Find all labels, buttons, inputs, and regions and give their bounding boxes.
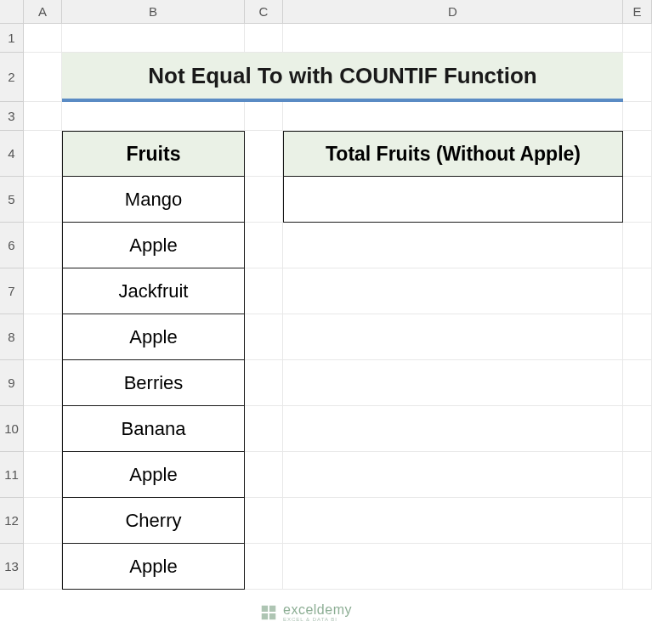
cell-D5-result[interactable]	[283, 177, 623, 223]
cell-E13[interactable]	[623, 544, 652, 590]
row-header-12[interactable]: 12	[0, 498, 24, 544]
watermark-tag: EXCEL & DATA BI	[283, 617, 352, 622]
cell-C7[interactable]	[245, 268, 283, 314]
cell-D13[interactable]	[283, 544, 623, 590]
cell-E4[interactable]	[623, 131, 652, 177]
cell-D12[interactable]	[283, 498, 623, 544]
cell-B11[interactable]: Apple	[62, 452, 245, 498]
col-header-C[interactable]: C	[245, 0, 283, 24]
cell-A11[interactable]	[24, 452, 62, 498]
row-header-4[interactable]: 4	[0, 131, 24, 177]
title-cell[interactable]: Not Equal To with COUNTIF Function	[62, 53, 623, 102]
row-header-7[interactable]: 7	[0, 268, 24, 314]
row-header-1[interactable]: 1	[0, 24, 24, 53]
cell-C6[interactable]	[245, 223, 283, 268]
cell-A6[interactable]	[24, 223, 62, 268]
col-header-A[interactable]: A	[24, 0, 62, 24]
cell-E10[interactable]	[623, 406, 652, 452]
col-header-E[interactable]: E	[623, 0, 652, 24]
cell-C3[interactable]	[245, 102, 283, 131]
cell-B13[interactable]: Apple	[62, 544, 245, 590]
cell-C5[interactable]	[245, 177, 283, 223]
cell-C12[interactable]	[245, 498, 283, 544]
cell-E7[interactable]	[623, 268, 652, 314]
row-header-3[interactable]: 3	[0, 102, 24, 131]
spreadsheet-grid[interactable]: A B C D E 1 2 3 4 5 6 7 8 9 10 11 12 13	[0, 0, 652, 590]
row-header-13[interactable]: 13	[0, 544, 24, 590]
cell-D3[interactable]	[283, 102, 623, 131]
cell-E11[interactable]	[623, 452, 652, 498]
cell-D9[interactable]	[283, 360, 623, 406]
watermark: exceldemy EXCEL & DATA BI	[259, 603, 352, 622]
cell-A4[interactable]	[24, 131, 62, 177]
cell-B10[interactable]: Banana	[62, 406, 245, 452]
cell-E5[interactable]	[623, 177, 652, 223]
cell-B1[interactable]	[62, 24, 245, 53]
cell-D11[interactable]	[283, 452, 623, 498]
cell-E3[interactable]	[623, 102, 652, 131]
cell-B5[interactable]: Mango	[62, 177, 245, 223]
cell-E1[interactable]	[623, 24, 652, 53]
cell-E12[interactable]	[623, 498, 652, 544]
cell-C9[interactable]	[245, 360, 283, 406]
cell-B12[interactable]: Cherry	[62, 498, 245, 544]
cell-B8[interactable]: Apple	[62, 314, 245, 360]
cell-A10[interactable]	[24, 406, 62, 452]
cell-A2[interactable]	[24, 53, 62, 102]
cell-C11[interactable]	[245, 452, 283, 498]
cell-D8[interactable]	[283, 314, 623, 360]
cell-C10[interactable]	[245, 406, 283, 452]
cell-C8[interactable]	[245, 314, 283, 360]
row-header-8[interactable]: 8	[0, 314, 24, 360]
row-header-11[interactable]: 11	[0, 452, 24, 498]
cell-E2[interactable]	[623, 53, 652, 102]
col-header-B[interactable]: B	[62, 0, 245, 24]
cell-A3[interactable]	[24, 102, 62, 131]
cell-B3[interactable]	[62, 102, 245, 131]
select-all-corner[interactable]	[0, 0, 24, 24]
cell-D7[interactable]	[283, 268, 623, 314]
cell-B9[interactable]: Berries	[62, 360, 245, 406]
row-header-10[interactable]: 10	[0, 406, 24, 452]
watermark-name: exceldemy	[283, 603, 352, 617]
logo-icon	[259, 603, 278, 622]
cell-D10[interactable]	[283, 406, 623, 452]
cell-A12[interactable]	[24, 498, 62, 544]
cell-D6[interactable]	[283, 223, 623, 268]
header-total[interactable]: Total Fruits (Without Apple)	[283, 131, 623, 177]
cell-A5[interactable]	[24, 177, 62, 223]
cell-C4[interactable]	[245, 131, 283, 177]
row-header-5[interactable]: 5	[0, 177, 24, 223]
cell-D1[interactable]	[283, 24, 623, 53]
cell-A8[interactable]	[24, 314, 62, 360]
cell-A13[interactable]	[24, 544, 62, 590]
cell-E6[interactable]	[623, 223, 652, 268]
cell-B7[interactable]: Jackfruit	[62, 268, 245, 314]
cell-A9[interactable]	[24, 360, 62, 406]
cell-C13[interactable]	[245, 544, 283, 590]
cell-C1[interactable]	[245, 24, 283, 53]
row-header-6[interactable]: 6	[0, 223, 24, 268]
cell-A1[interactable]	[24, 24, 62, 53]
row-header-9[interactable]: 9	[0, 360, 24, 406]
col-header-D[interactable]: D	[283, 0, 623, 24]
header-fruits[interactable]: Fruits	[62, 131, 245, 177]
cell-B6[interactable]: Apple	[62, 223, 245, 268]
row-header-2[interactable]: 2	[0, 53, 24, 102]
cell-A7[interactable]	[24, 268, 62, 314]
cell-E8[interactable]	[623, 314, 652, 360]
cell-E9[interactable]	[623, 360, 652, 406]
